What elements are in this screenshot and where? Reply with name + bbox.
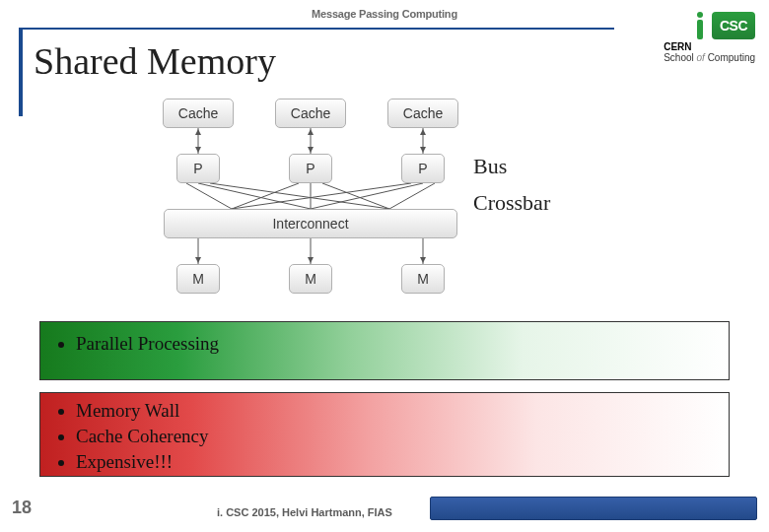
list-item: Parallel Processing	[76, 332, 709, 356]
node-memory: M	[176, 264, 220, 294]
list-item: Cache Coherency	[76, 425, 709, 448]
svg-line-5	[210, 183, 389, 209]
svg-marker-19	[420, 129, 426, 135]
svg-line-4	[198, 183, 311, 209]
node-cache: Cache	[275, 99, 346, 128]
svg-marker-22	[308, 257, 314, 263]
list-item: Expensive!!!	[76, 450, 709, 474]
top-accent-rule	[19, 28, 614, 30]
logo-line1: CERN	[664, 41, 691, 52]
svg-line-9	[232, 183, 411, 209]
logo-csc-box: CSC	[712, 12, 755, 39]
diagram-side-labels: Bus Crossbar	[473, 148, 550, 222]
pros-box: Parallel Processing	[39, 321, 730, 380]
svg-line-8	[322, 183, 389, 209]
node-memory: M	[289, 264, 332, 294]
architecture-diagram: Cache Cache Cache P P P Interconnect M M…	[163, 99, 458, 305]
node-processor: P	[401, 154, 445, 183]
svg-line-6	[232, 183, 299, 209]
node-processor: P	[176, 154, 220, 183]
left-accent-rule	[19, 28, 23, 116]
list-item: Memory Wall	[76, 399, 709, 423]
svg-marker-21	[195, 257, 201, 263]
logo-mark: CSC	[692, 12, 755, 39]
node-cache: Cache	[387, 99, 458, 128]
footer-citation: i. CSC 2015, Helvi Hartmann, FIAS	[217, 506, 392, 518]
svg-marker-16	[195, 147, 201, 153]
svg-line-10	[311, 183, 423, 209]
page-number: 18	[12, 498, 32, 518]
logo-line2-prefix: School	[664, 52, 694, 63]
school-logo: CSC CERN School of Computing	[664, 12, 755, 63]
logo-line2-suffix: Computing	[708, 52, 755, 63]
label-crossbar: Crossbar	[473, 184, 550, 221]
footer-accent-bar	[430, 497, 757, 520]
node-processor: P	[289, 154, 332, 183]
svg-marker-15	[195, 129, 201, 135]
logo-i-glyph	[692, 12, 708, 39]
node-interconnect: Interconnect	[164, 209, 457, 238]
svg-marker-17	[308, 129, 314, 135]
logo-line2-of: of	[697, 52, 705, 63]
label-bus: Bus	[473, 148, 550, 184]
logo-text: CERN School of Computing	[664, 41, 755, 63]
header-label: Message Passing Computing	[0, 8, 769, 20]
svg-marker-18	[308, 147, 314, 153]
node-cache: Cache	[163, 99, 234, 128]
svg-marker-20	[420, 147, 426, 153]
page-title: Shared Memory	[34, 39, 276, 83]
svg-line-3	[186, 183, 232, 209]
node-memory: M	[401, 264, 445, 294]
cons-box: Memory Wall Cache Coherency Expensive!!!	[39, 392, 730, 477]
svg-marker-23	[420, 257, 426, 263]
svg-line-11	[389, 183, 435, 209]
